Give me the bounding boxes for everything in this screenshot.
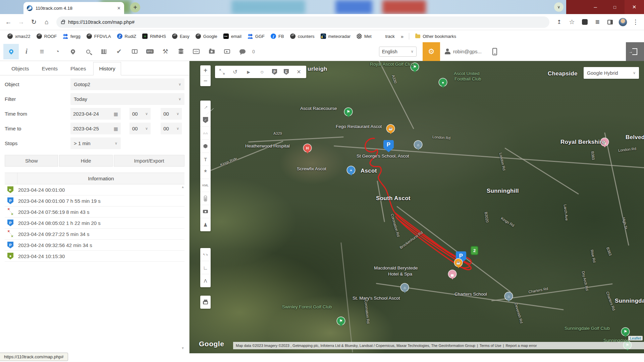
list-item[interactable]: ▶2023-04-24 00:01:00 [5, 184, 184, 195]
bookmark-item[interactable]: ZRudiZ [114, 32, 139, 40]
expenses-coins-icon[interactable] [173, 44, 189, 59]
media-icon[interactable]: ▶ [219, 44, 235, 59]
stops-select[interactable]: > 1 min ∨ [70, 137, 121, 149]
user-account[interactable]: robin@gps... [445, 49, 482, 54]
traffic-light-icon[interactable] [200, 192, 211, 205]
bookmark-item[interactable]: +RMNHS [140, 32, 169, 40]
list-item[interactable]: ⋱2023-04-24 07:56:198 min 43 s [5, 206, 184, 218]
circle-tool-icon[interactable]: ○ [259, 69, 265, 75]
dashboard-gauge-icon[interactable]: ◔ [50, 44, 65, 59]
zoom-in-button[interactable]: + [200, 65, 211, 76]
settings-sliders-icon[interactable]: ≡ [34, 44, 50, 59]
bookmark-item[interactable]: track [375, 32, 397, 40]
print-icon[interactable] [200, 296, 211, 309]
shop-marker-screwfix[interactable]: + [347, 166, 355, 174]
browser-tab[interactable]: 110track.com 4.18 ✕ [23, 2, 124, 14]
bookmark-item[interactable]: Easy [169, 32, 192, 40]
time-from-minute-select[interactable]: 00 ∨ [161, 108, 182, 120]
logout-button[interactable] [626, 42, 644, 61]
list-item[interactable]: ⋱2023-04-24 09:27:225 min 34 s [5, 229, 184, 240]
racecourse-marker[interactable]: ⚑ [344, 108, 352, 116]
follow-arrow-icon[interactable]: → [197, 99, 214, 116]
tab-history[interactable]: History [93, 62, 121, 75]
show-button[interactable]: Show [5, 155, 58, 167]
bookmark-item[interactable]: counters [287, 32, 317, 40]
bookmark-item[interactable]: Met [354, 32, 374, 40]
maintenance-tools-icon[interactable]: ⚒ [158, 44, 173, 59]
bookmark-item[interactable]: GGF [245, 32, 267, 40]
minimize-button[interactable]: ─ [586, 0, 605, 14]
ruler-icon[interactable]: ∟ [200, 261, 211, 274]
cluster-tool-icon[interactable]: * [200, 166, 211, 179]
share-icon[interactable]: ↥ [553, 16, 565, 28]
bookmark-item[interactable]: Aol.email [221, 32, 244, 40]
binoculars-icon[interactable]: ∩∩ [200, 127, 211, 140]
map-canvas[interactable]: ⚑●⚑☕P⌂H+▄P2☕▄⌂⌂⚑⚑⚑ urleighCheapsideAscot… [190, 61, 644, 353]
fullscreen-icon[interactable]: ↖↘ [200, 248, 211, 261]
chat-icon[interactable] [235, 44, 250, 59]
football-club-marker[interactable]: ● [439, 78, 447, 86]
event-shield-icon[interactable]: E [284, 69, 289, 75]
list-item[interactable]: P2023-04-24 09:32:5642 min 34 s [5, 240, 184, 251]
object-select[interactable]: Gotop2 ∨ [70, 78, 184, 90]
tasks-check-icon[interactable]: ✔ [111, 44, 127, 59]
tab-search-icon[interactable]: ∨ [554, 2, 564, 12]
language-select[interactable]: English ∨ [379, 47, 417, 57]
golf-marker-swinley[interactable]: ⚑ [337, 317, 345, 325]
dtc-engine-icon[interactable]: DTC [142, 44, 158, 59]
map-camera-icon[interactable] [200, 205, 211, 218]
route-segment-icon[interactable]: ⋱ [219, 69, 225, 75]
hide-button[interactable]: Hide [59, 155, 112, 167]
time-to-date-input[interactable]: 2023-04-25 ▦ [70, 123, 121, 134]
code-api-icon[interactable]: </> [189, 44, 204, 59]
scroll-up-arrow[interactable]: ▲ [181, 185, 184, 189]
side-panel-icon[interactable] [604, 16, 616, 28]
kml-tool-icon[interactable]: KML [200, 179, 211, 192]
logbook-icon[interactable] [127, 44, 142, 59]
parking-shield-icon[interactable]: P [272, 69, 277, 75]
streetview-pegman-icon[interactable]: ♟ [200, 218, 211, 231]
school-marker-st-georges[interactable]: ⌂ [414, 141, 422, 148]
calendar-icon[interactable]: ▦ [114, 111, 118, 117]
info-icon[interactable]: i [19, 44, 34, 59]
bookmark-item[interactable]: xmas22 [5, 32, 33, 40]
hospital-marker-heatherwood[interactable]: H [304, 144, 311, 152]
bookmarks-overflow-chevron[interactable]: » [399, 34, 406, 39]
golf-marker-royal-ascot[interactable]: ⚑ [411, 63, 419, 71]
extension-icon[interactable] [579, 16, 590, 28]
reports-chart-icon[interactable] [96, 44, 111, 59]
camera-icon[interactable] [204, 44, 219, 59]
settings-gear-button[interactable]: ⚙ [423, 42, 440, 61]
tab-close-icon[interactable]: ✕ [117, 6, 121, 11]
restore-button[interactable]: □ [605, 0, 625, 14]
tab-objects[interactable]: Objects [6, 62, 35, 75]
leaflet-badge[interactable]: Leaflet [628, 336, 643, 341]
tab-places[interactable]: Places [65, 62, 92, 75]
search-icon[interactable] [80, 44, 96, 59]
home-button[interactable]: ⌂ [41, 16, 52, 28]
text-tool-icon[interactable]: T [200, 153, 211, 166]
poi-marker-orange[interactable]: ☕ [454, 259, 462, 266]
bookmark-item[interactable]: FFDVLA [84, 32, 114, 40]
time-to-hour-select[interactable]: 00 ∨ [129, 123, 151, 134]
list-item[interactable]: ■2023-04-24 10:15:30 [5, 251, 184, 262]
time-to-minute-select[interactable]: 00 ∨ [161, 123, 182, 134]
tab-events[interactable]: Events [37, 62, 63, 75]
school-marker-st-marys[interactable]: ⌂ [401, 284, 409, 291]
zoom-out-button[interactable]: − [200, 76, 211, 86]
bookmark-item[interactable]: fergg [60, 32, 83, 40]
other-bookmarks-button[interactable]: Other bookmarks [413, 33, 459, 40]
list-item[interactable]: P2023-04-24 08:05:021 h 22 min 20 s [5, 218, 184, 229]
new-tab-button[interactable]: + [130, 2, 140, 12]
tracking-icon[interactable] [3, 44, 19, 59]
reload-button[interactable]: ↻ [28, 16, 40, 28]
time-from-date-input[interactable]: 2023-04-24 ▦ [70, 108, 121, 120]
polygon-tool-icon[interactable] [200, 140, 211, 153]
playlist-icon[interactable]: ≣ [592, 16, 603, 28]
back-button[interactable]: ← [3, 16, 14, 28]
hotel-marker-royal-berkshire[interactable]: ▄ [601, 138, 608, 146]
geofence-shield-icon[interactable]: ✓ [200, 114, 211, 127]
mobile-phone-icon[interactable] [492, 48, 497, 55]
bookmark-item[interactable]: fFB [268, 32, 287, 40]
menu-kebab-icon[interactable]: ⋮ [630, 16, 641, 28]
